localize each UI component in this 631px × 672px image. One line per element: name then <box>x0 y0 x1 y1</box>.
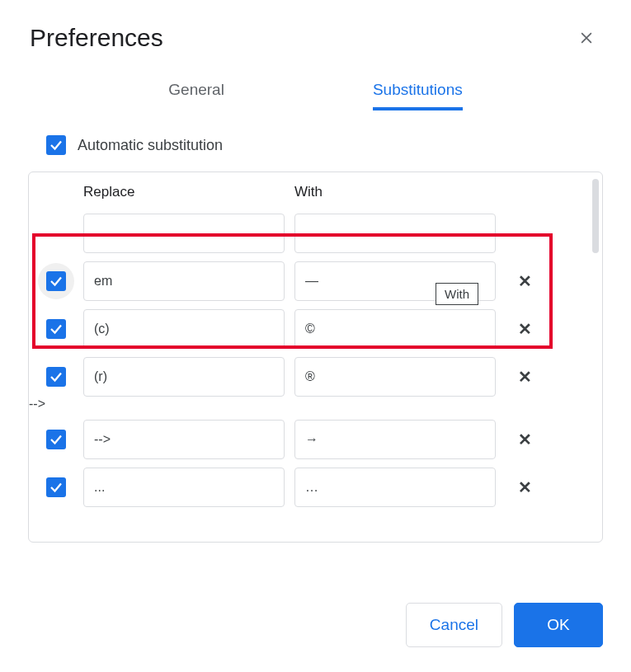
row-checkbox[interactable] <box>46 367 66 387</box>
replace-input[interactable] <box>83 261 285 301</box>
delete-icon: ✕ <box>518 430 532 449</box>
delete-row-button[interactable]: ✕ <box>511 268 538 294</box>
replace-input[interactable] <box>83 309 285 349</box>
substitution-row: ✕ <box>29 253 602 301</box>
auto-substitution-row: Automatic substitution <box>0 110 631 172</box>
with-input[interactable] <box>294 309 496 349</box>
check-icon <box>49 274 64 289</box>
close-button[interactable] <box>572 23 601 53</box>
delete-row-button[interactable]: ✕ <box>511 426 538 453</box>
close-icon <box>578 30 595 46</box>
delete-row-button[interactable]: ✕ <box>511 316 538 342</box>
check-icon <box>49 432 64 447</box>
row-checkbox[interactable] <box>46 319 66 339</box>
substitution-row: ✕ <box>29 301 602 349</box>
check-icon <box>49 322 64 336</box>
substitutions-panel: Replace With <box>28 172 603 543</box>
delete-icon: ✕ <box>518 271 532 291</box>
cancel-button[interactable]: Cancel <box>406 603 502 647</box>
dialog-title: Preferences <box>30 24 163 52</box>
delete-icon: ✕ <box>518 477 532 497</box>
ok-button[interactable]: OK <box>514 603 603 647</box>
column-header-replace: Replace <box>83 184 294 200</box>
tab-general[interactable]: General <box>168 74 224 110</box>
delete-row-button[interactable]: ✕ <box>511 474 538 500</box>
with-input[interactable] <box>294 214 496 253</box>
substitution-row: ✕ <box>29 349 602 397</box>
row-checkbox[interactable] <box>46 477 66 497</box>
dialog-header: Preferences <box>0 0 631 61</box>
auto-substitution-label: Automatic substitution <box>78 137 223 154</box>
delete-icon: ✕ <box>518 319 532 339</box>
preferences-dialog: Preferences General Substitutions Automa… <box>0 0 631 672</box>
with-input[interactable] <box>294 468 496 507</box>
delete-row-button[interactable]: ✕ <box>511 364 538 390</box>
row-checkbox-focus <box>46 271 66 291</box>
with-input[interactable] <box>294 420 496 459</box>
column-headers: Replace With <box>29 172 602 205</box>
tab-substitutions[interactable]: Substitutions <box>373 74 463 110</box>
substitution-row <box>29 205 602 253</box>
row-checkbox[interactable] <box>46 430 66 449</box>
delete-icon: ✕ <box>518 367 532 387</box>
substitution-row: ✕ <box>29 411 602 459</box>
replace-input[interactable] <box>83 420 285 459</box>
column-header-with: With <box>294 184 497 200</box>
check-icon <box>49 369 64 384</box>
replace-input[interactable] <box>83 468 285 507</box>
with-input[interactable] <box>294 357 496 397</box>
substitution-rows: ✕ With ✕ <box>29 205 602 507</box>
row-checkbox[interactable] <box>46 271 66 291</box>
dialog-footer: Cancel OK <box>406 603 603 647</box>
check-icon <box>49 480 64 495</box>
tooltip-with: With <box>436 283 478 305</box>
replace-input[interactable] <box>83 214 285 253</box>
check-icon <box>49 138 64 153</box>
substitution-row: ✕ <box>29 459 602 507</box>
auto-substitution-checkbox[interactable] <box>46 135 66 155</box>
replace-input[interactable] <box>83 357 285 397</box>
tabs: General Substitutions <box>0 74 631 110</box>
